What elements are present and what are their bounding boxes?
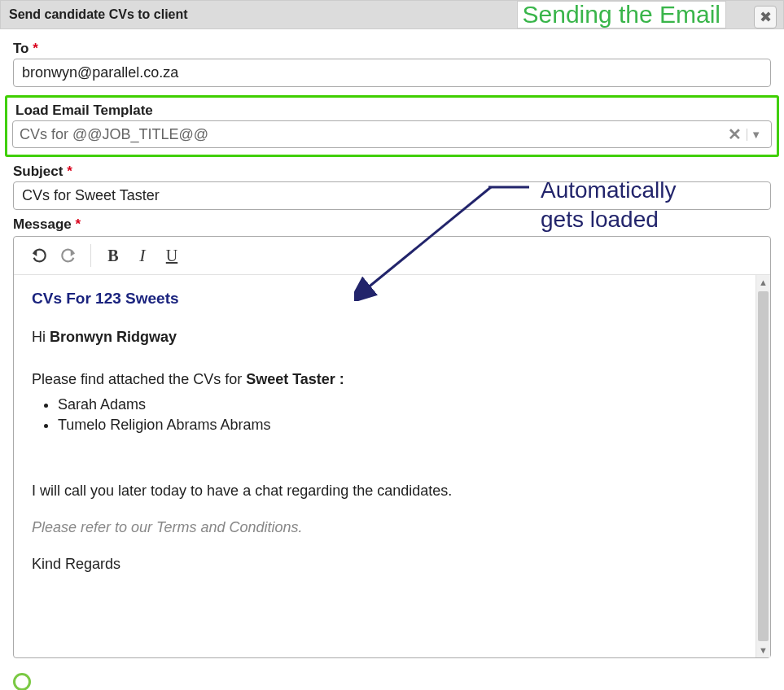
email-terms: Please refer to our Terms and Conditions… <box>32 519 752 536</box>
editor-content[interactable]: CVs For 123 Sweets Hi Bronwyn Ridgway Pl… <box>14 275 770 657</box>
template-label: Load Email Template <box>15 103 772 119</box>
scroll-up-icon[interactable]: ▲ <box>756 275 770 290</box>
subject-label: Subject * <box>13 164 771 180</box>
email-greeting: Hi Bronwyn Ridgway <box>32 329 752 346</box>
editor-toolbar: B I U <box>14 237 770 275</box>
to-input[interactable] <box>13 59 771 87</box>
undo-icon <box>30 247 48 264</box>
annotation-banner: Sending the Email <box>517 1 727 28</box>
message-label-text: Message <box>13 216 72 232</box>
rich-text-editor: B I U CVs For 123 Sweets Hi Bronwyn Ridg… <box>13 236 771 658</box>
underline-button[interactable]: U <box>160 243 184 268</box>
template-select-value: CVs for @@JOB_TITLE@@ <box>20 126 723 143</box>
greeting-prefix: Hi <box>32 329 50 345</box>
scroll-down-icon[interactable]: ▼ <box>756 643 770 657</box>
message-label: Message * <box>13 216 771 233</box>
email-intro: Please find attached the CVs for Sweet T… <box>32 371 752 388</box>
close-button[interactable]: ✖ <box>754 6 777 28</box>
message-field-group: Message * B I U CVs For 123 Sweets <box>13 216 771 658</box>
redo-button[interactable] <box>56 243 81 268</box>
bold-button[interactable]: B <box>101 243 125 268</box>
chevron-down-icon[interactable]: ▼ <box>747 129 764 141</box>
subject-label-text: Subject <box>13 164 63 179</box>
email-signoff: Kind Regards <box>32 556 752 573</box>
scroll-thumb[interactable] <box>758 291 769 641</box>
email-heading: CVs For 123 Sweets <box>32 290 752 308</box>
subject-field-group: Subject * <box>13 164 771 210</box>
close-icon: ✖ <box>760 8 772 26</box>
required-star: * <box>33 41 38 56</box>
intro-prefix: Please find attached the CVs for <box>32 371 246 387</box>
redo-icon <box>59 247 77 264</box>
italic-button[interactable]: I <box>130 243 155 268</box>
email-followup: I will call you later today to have a ch… <box>32 483 752 500</box>
list-item: Tumelo Religion Abrams Abrams <box>58 417 752 434</box>
option-dot-icon <box>13 673 31 690</box>
required-star: * <box>76 216 81 232</box>
toolbar-separator <box>90 244 91 267</box>
bottom-options-row <box>0 666 784 690</box>
undo-button[interactable] <box>27 243 51 268</box>
intro-job: Sweet Taster : <box>246 371 344 387</box>
to-label: To * <box>13 41 771 57</box>
dialog-header: Send candidate CVs to client Sending the… <box>0 0 784 29</box>
to-field-group: To * <box>13 41 771 87</box>
required-star: * <box>67 164 72 179</box>
greeting-name: Bronwyn Ridgway <box>50 329 177 345</box>
subject-input[interactable] <box>13 181 771 210</box>
to-label-text: To <box>13 41 29 56</box>
dialog-title: Send candidate CVs to client <box>9 7 188 22</box>
list-item: Sarah Adams <box>58 396 752 413</box>
scrollbar[interactable]: ▲ ▼ <box>756 275 770 657</box>
clear-template-button[interactable]: ✕ <box>723 124 747 144</box>
candidate-list: Sarah Adams Tumelo Religion Abrams Abram… <box>58 396 752 434</box>
template-select[interactable]: CVs for @@JOB_TITLE@@ ✕ ▼ <box>12 120 772 148</box>
template-highlight-box: Load Email Template CVs for @@JOB_TITLE@… <box>5 95 779 157</box>
